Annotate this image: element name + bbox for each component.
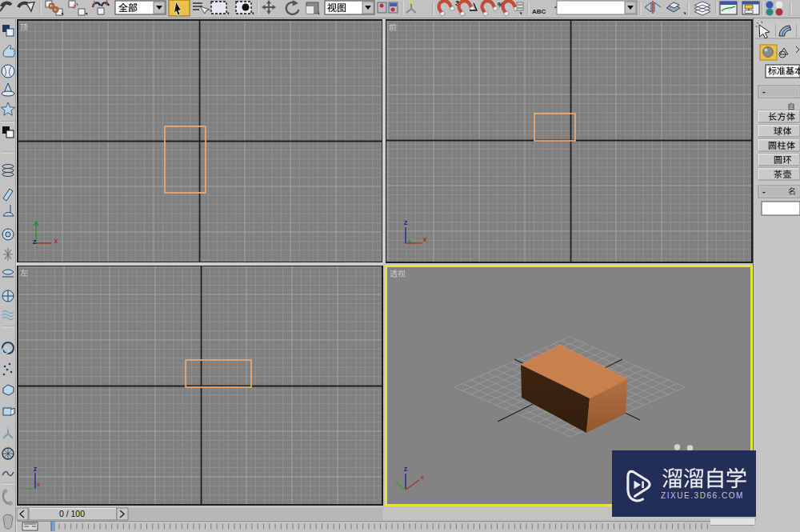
svg-text:x: x <box>54 237 58 245</box>
svg-text:z: z <box>34 465 38 473</box>
svg-text:-: - <box>762 86 766 96</box>
svg-text:z: z <box>404 218 408 226</box>
svg-text:z: z <box>404 465 408 473</box>
svg-text:-: - <box>762 186 766 196</box>
svg-text:x: x <box>37 481 41 488</box>
svg-text:ABC: ABC <box>532 8 546 15</box>
svg-text:0 / 100: 0 / 100 <box>59 509 85 518</box>
svg-text:ZIXUE.3D66.COM: ZIXUE.3D66.COM <box>661 491 744 500</box>
svg-text:z: z <box>33 238 37 246</box>
svg-text:x: x <box>421 474 425 481</box>
svg-text:x: x <box>422 235 426 243</box>
